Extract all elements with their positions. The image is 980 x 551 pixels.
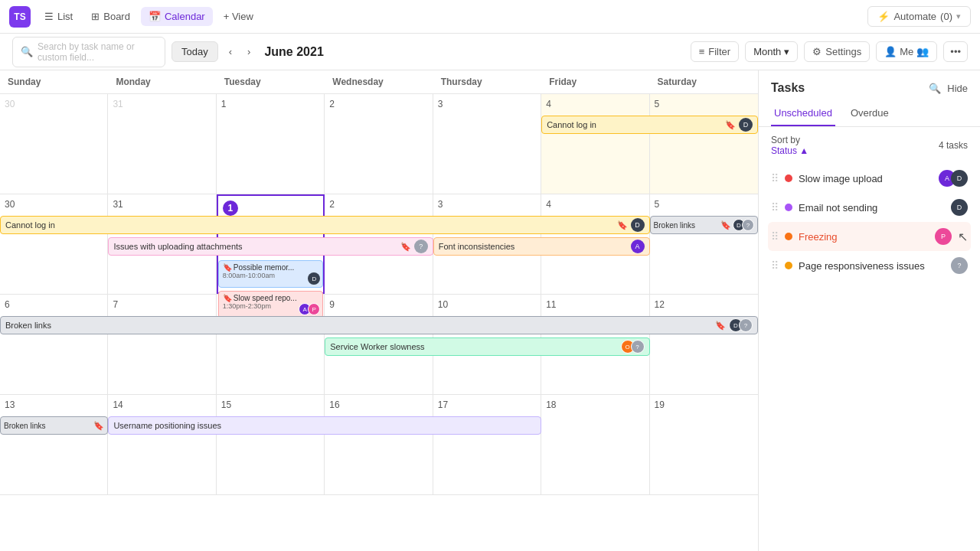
sidebar-title: Tasks xyxy=(771,81,805,95)
drag-handle[interactable]: ⠿ xyxy=(771,230,779,243)
event-service-worker[interactable]: Service Worker slowness O ? xyxy=(325,337,649,356)
event-broken-links-w3[interactable]: Broken links 🔖 D ? xyxy=(0,316,758,334)
event-font-inconsistencies[interactable]: Font inconsistencies A xyxy=(433,237,650,256)
cell-sun-w2[interactable]: 30 xyxy=(0,194,108,294)
sidebar-tabs: Unscheduled Overdue xyxy=(759,95,980,127)
main-content: Sunday Monday Tuesday Wednesday Thursday… xyxy=(0,70,980,551)
cell-fri-w4[interactable]: 18 xyxy=(541,395,649,494)
flag-icon: 🔖 xyxy=(93,421,104,431)
nav-calendar[interactable]: 📅 Calendar xyxy=(141,7,213,26)
avatar: D xyxy=(951,199,968,216)
search-icon: 🔍 xyxy=(21,46,33,57)
avatar-group: A D xyxy=(939,170,968,187)
avatar: A xyxy=(631,240,645,253)
automate-button[interactable]: ⚡ Automate (0) ▾ xyxy=(867,6,971,27)
task-status-dot xyxy=(785,262,792,269)
calendar-icon: 📅 xyxy=(149,11,161,22)
app-icon: TS xyxy=(9,6,31,28)
event-possible-memory[interactable]: 🔖 Possible memor... 8:00am-10:00am D xyxy=(218,260,323,288)
flag-icon: 🔖 xyxy=(715,321,726,331)
avatar: ? xyxy=(414,240,428,253)
drag-handle[interactable]: ⠿ xyxy=(771,201,779,214)
flag-icon: 🔖 xyxy=(617,220,628,230)
avatar: P xyxy=(935,228,952,245)
event-username-positioning[interactable]: Username positioning issues xyxy=(108,416,541,435)
cell-tue-w1[interactable]: 1 xyxy=(217,94,325,194)
gear-icon: ⚙ xyxy=(812,46,822,57)
drag-handle[interactable]: ⠿ xyxy=(771,172,779,184)
cell-mon-w4[interactable]: 14 xyxy=(108,395,216,494)
prev-month-button[interactable]: ‹ xyxy=(224,42,237,61)
task-email-not-sending[interactable]: ⠿ Email not sending D xyxy=(768,193,971,222)
cell-sun-w3[interactable]: 6 xyxy=(0,295,108,394)
me-filter-button[interactable]: 👤 Me 👥 xyxy=(876,41,937,62)
today-button[interactable]: Today xyxy=(172,41,218,62)
filter-icon: ≡ xyxy=(699,46,705,57)
event-broken-links-w2[interactable]: Broken links 🔖 D ? xyxy=(650,216,758,234)
tab-overdue[interactable]: Overdue xyxy=(848,101,892,126)
cell-tue-w4[interactable]: 15 xyxy=(217,395,325,494)
tab-unscheduled[interactable]: Unscheduled xyxy=(771,101,835,126)
task-status-dot xyxy=(785,204,792,211)
search-input[interactable]: 🔍 Search by task name or custom field... xyxy=(12,37,165,67)
nav-board[interactable]: ⊞ Board xyxy=(83,7,138,26)
header-wednesday: Wednesday xyxy=(325,70,433,93)
cell-sat-w3[interactable]: 12 xyxy=(650,295,758,394)
cell-wed-w1[interactable]: 2 xyxy=(325,94,433,194)
month-title: June 2021 xyxy=(264,45,323,59)
event-cannot-log-in-w1[interactable]: Cannot log in 🔖 D xyxy=(541,116,758,134)
task-page-responsiveness[interactable]: ⠿ Page responsiveness issues ? xyxy=(768,251,971,280)
event-broken-links-w4[interactable]: Broken links 🔖 xyxy=(0,416,108,435)
cell-fri-w1[interactable]: 4 xyxy=(541,94,649,194)
more-options-button[interactable]: ••• xyxy=(943,41,968,62)
avatar: D xyxy=(631,218,645,232)
cell-mon-w3[interactable]: 7 xyxy=(108,295,216,394)
header-thursday: Thursday xyxy=(433,70,541,93)
cell-thu-w4[interactable]: 17 xyxy=(433,395,541,494)
week-row-4: 13 14 15 16 17 18 19 Broken links 🔖 User… xyxy=(0,395,758,495)
board-icon: ⊞ xyxy=(91,11,100,22)
cell-sat-w1[interactable]: 5 xyxy=(650,94,758,194)
next-month-button[interactable]: › xyxy=(243,42,255,61)
calendar-grid: 30 31 1 2 3 4 5 Cannot log in 🔖 D xyxy=(0,94,758,551)
sidebar: Tasks 🔍 Hide Unscheduled Overdue Sort by… xyxy=(758,70,980,551)
flag-icon: 🔖 xyxy=(223,294,232,302)
cell-thu-w1[interactable]: 3 xyxy=(433,94,541,194)
header-saturday: Saturday xyxy=(650,70,758,93)
chevron-down-icon: ▾ xyxy=(784,46,789,57)
drag-handle[interactable]: ⠿ xyxy=(771,259,779,272)
top-navigation: TS ☰ List ⊞ Board 📅 Calendar + View ⚡ Au… xyxy=(0,0,980,34)
task-count: 4 tasks xyxy=(939,140,968,151)
event-cannot-log-in-w2[interactable]: Cannot log in 🔖 D xyxy=(0,216,650,234)
add-view-button[interactable]: + View xyxy=(216,7,261,26)
cell-sun-w1[interactable]: 30 xyxy=(0,94,108,194)
week-row-2: 30 31 1 2 3 4 5 Cannot log in 🔖 D xyxy=(0,194,758,295)
cell-wed-w4[interactable]: 16 xyxy=(325,395,433,494)
task-freezing[interactable]: ⠿ Freezing P ↖ xyxy=(768,222,971,251)
search-icon[interactable]: 🔍 xyxy=(929,83,941,94)
avatar-group: D ? xyxy=(733,219,754,231)
task-slow-image[interactable]: ⠿ Slow image upload A D xyxy=(768,164,971,193)
event-issues-uploading[interactable]: Issues with uploading attachments 🔖 ? xyxy=(108,237,433,256)
hide-button[interactable]: Hide xyxy=(947,83,968,94)
cell-sat-w2[interactable]: 5 xyxy=(650,194,758,294)
calendar-day-headers: Sunday Monday Tuesday Wednesday Thursday… xyxy=(0,70,758,94)
automate-icon: ⚡ xyxy=(877,11,890,22)
flag-icon: 🔖 xyxy=(720,220,731,230)
header-monday: Monday xyxy=(108,70,216,93)
nav-list[interactable]: ☰ List xyxy=(37,7,80,26)
cell-mon-w1[interactable]: 31 xyxy=(108,94,216,194)
chevron-down-icon: ▾ xyxy=(956,11,961,21)
task-status-dot xyxy=(785,174,792,182)
header-friday: Friday xyxy=(541,70,649,93)
sort-field-button[interactable]: Status ▲ xyxy=(771,145,808,156)
toolbar: 🔍 Search by task name or custom field...… xyxy=(0,34,980,70)
sidebar-task-list: ⠿ Slow image upload A D ⠿ Email not send… xyxy=(759,164,980,551)
settings-button[interactable]: ⚙ Settings xyxy=(804,41,870,62)
cell-sun-w4[interactable]: 13 xyxy=(0,395,108,494)
month-view-button[interactable]: Month ▾ xyxy=(745,41,798,62)
cell-sat-w4[interactable]: 19 xyxy=(650,395,758,494)
event-slow-speed[interactable]: 🔖 Slow speed repo... 1:30pm-2:30pm A P xyxy=(218,291,323,318)
flag-icon: 🔖 xyxy=(400,242,411,252)
filter-button[interactable]: ≡ Filter xyxy=(691,41,739,62)
